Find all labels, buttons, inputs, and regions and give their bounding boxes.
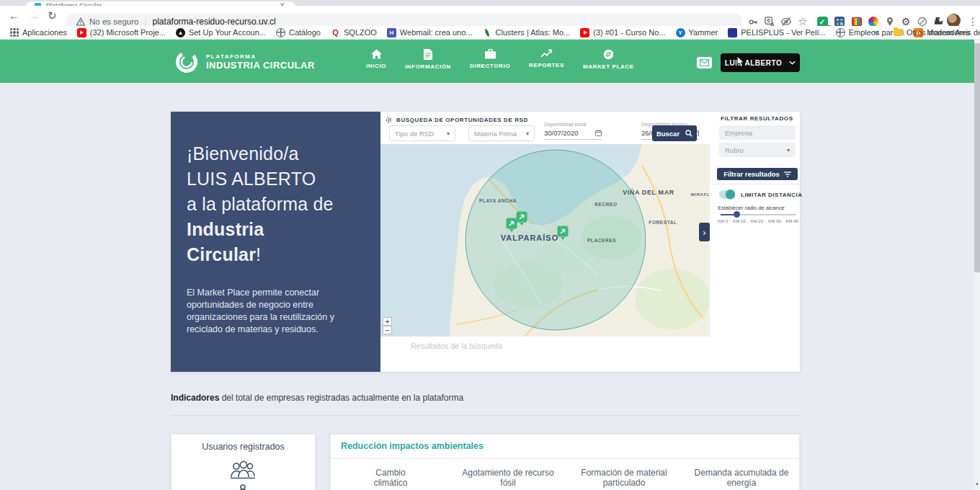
date-start-field[interactable]: Disponibilidad inicial 30/07/2020 <box>544 122 602 140</box>
sidebar-divider <box>710 184 800 184</box>
impact-col-fossil: Agotamiento de recurso fósil <box>461 468 555 488</box>
limit-distance-toggle[interactable] <box>719 190 735 199</box>
bookmark-item[interactable]: ▲Set Up Your Accoun... <box>176 28 266 37</box>
bookmarks-overflow-icon[interactable]: » <box>873 27 878 37</box>
mail-icon <box>700 59 709 66</box>
map-label-placeres: PLACERES <box>587 238 616 243</box>
main-nav: INICIO INFORMACIÓN DIRECTORIO REPORTES M… <box>366 49 634 70</box>
bookmark-item[interactable]: QSQLZOO <box>331 28 377 37</box>
other-bookmarks[interactable]: Otros marcadores <box>894 28 970 37</box>
zoom-in-button[interactable]: + <box>383 317 392 326</box>
tab-strip: Plataforma Circular ✕ <box>0 0 980 6</box>
impact-col-particulate: Formación de material particulado <box>570 468 678 488</box>
filters-title: FILTRAR RESULTADOS <box>721 115 793 122</box>
section-divider <box>171 415 800 416</box>
site-logo[interactable]: PLATAFORMA INDUSTRIA CIRCULAR <box>173 48 315 76</box>
welcome-description: El Market Place permite conectar oportun… <box>187 287 367 336</box>
bookmark-item[interactable]: PELISPLUS - Ver Pelí... <box>728 28 825 37</box>
company-input[interactable]: Empresa <box>719 125 796 140</box>
radius-slider-handle[interactable] <box>734 211 740 218</box>
mail-button[interactable] <box>697 57 712 68</box>
globe-icon <box>836 28 845 37</box>
map-label-recreo: RECREO <box>594 202 617 207</box>
sector-select[interactable]: Rubro▾ <box>719 143 796 157</box>
folder-icon <box>894 29 903 36</box>
panel-expand-button[interactable]: › <box>699 223 710 241</box>
opportunity-marker-icon[interactable] <box>557 226 569 240</box>
apps-shortcut[interactable]: Aplicaciones <box>10 28 67 37</box>
logo-line2: INDUSTRIA CIRCULAR <box>206 60 315 71</box>
bookmark-item[interactable]: HWebmail: crea uno... <box>387 28 473 37</box>
map-label-miraflores: MIRAFLOR <box>691 192 710 197</box>
search-icon <box>685 130 692 137</box>
map-label-playa-ancha: PLAYA ANCHA <box>479 198 517 203</box>
chevron-down-icon: ▾ <box>447 130 450 137</box>
nav-marketplace[interactable]: MARKET PLACE <box>583 49 634 70</box>
browser-toolbar: ← → ↻ No es seguro | plataforma-residuo-… <box>0 6 980 26</box>
welcome-panel: ¡Bienvenido/a LUIS ALBERTO a la platafor… <box>171 112 380 372</box>
yammer-icon: Y <box>676 28 685 37</box>
calendar-icon[interactable] <box>595 130 602 136</box>
logo-line1: PLATAFORMA <box>206 53 315 60</box>
apps-grid-icon <box>10 28 19 37</box>
apply-filters-button[interactable]: Filtrar resultados <box>717 168 798 180</box>
zoom-out-button[interactable]: − <box>383 326 392 334</box>
forward-icon: → <box>29 9 40 22</box>
search-section-title: BÚSQUEDA DE OPORTUNIDADES DE RSD <box>385 116 528 124</box>
reload-icon[interactable]: ↻ <box>48 9 57 22</box>
impact-col-energy: Demanda acumulada de energía <box>687 468 796 488</box>
search-button[interactable]: Buscar <box>652 125 697 141</box>
nav-inicio[interactable]: INICIO <box>366 49 386 70</box>
target-icon <box>385 116 393 124</box>
limit-distance-label: LIMITAR DISTANCIA <box>741 192 803 198</box>
map-label-valparaiso: VALPARAÍSO <box>501 233 559 242</box>
filter-icon <box>784 172 791 177</box>
bookmarks-bar: Aplicaciones (32) Microsoft Proje... ▲Se… <box>0 26 980 40</box>
exchange-circle-icon <box>603 49 614 60</box>
scrollbar-down-arrow[interactable]: ▾ <box>974 481 980 487</box>
screen: Plataforma Circular ✕ ← → ↻ No es seguro… <box>0 0 980 490</box>
users-card-title: Usuarios registrados <box>171 442 316 452</box>
logo-swirl-icon <box>173 48 200 76</box>
trend-chart-icon <box>540 49 552 58</box>
nav-directorio[interactable]: DIRECTORIO <box>470 49 510 70</box>
chevron-down-icon: ▾ <box>787 147 790 153</box>
cursor-pointer <box>734 55 745 70</box>
bookmark-item[interactable]: (32) Microsoft Proje... <box>77 28 166 37</box>
map-label-vina: VIÑA DEL MAR <box>623 189 674 196</box>
omnibox-divider: | <box>144 17 146 27</box>
scrollbar-thumb[interactable] <box>974 43 980 272</box>
nav-reportes[interactable]: REPORTES <box>529 49 564 70</box>
map-canvas[interactable]: VIÑA DEL MAR VALPARAÍSO PLAYA ANCHA RECR… <box>380 144 710 337</box>
radius-label: Establecer radio de alcance <box>718 205 785 211</box>
black-circle-icon: ▲ <box>176 28 185 37</box>
back-icon[interactable]: ← <box>9 9 19 22</box>
map-label-forestal: FORESTAL <box>649 220 677 225</box>
bookmark-item[interactable]: YYammer <box>676 28 718 37</box>
bookmark-item[interactable]: (3) #01 - Curso No... <box>580 28 665 37</box>
globe-icon <box>276 28 285 37</box>
security-label: No es seguro <box>89 17 138 26</box>
impact-col-climate: Cambio climático <box>358 468 423 488</box>
bookmark-item[interactable]: Clusters | Atlas: Mo... <box>483 28 571 37</box>
nav-informacion[interactable]: INFORMACIÓN <box>405 49 451 70</box>
chevron-down-icon <box>789 61 796 65</box>
bookmark-item[interactable]: Catálogo <box>276 28 321 37</box>
date-start-label: Disponibilidad inicial <box>544 122 602 127</box>
youtube-icon <box>580 28 589 37</box>
date-start-value: 30/07/2020 <box>544 129 579 137</box>
results-placeholder: Resultados de la búsqueda <box>411 342 502 350</box>
rsd-type-select[interactable]: Tipo de RSD▾ <box>389 125 455 141</box>
chevron-down-icon: ▾ <box>526 130 529 137</box>
leaf-icon <box>483 28 492 37</box>
raw-material-select[interactable]: Materia Prima▾ <box>468 125 535 141</box>
radius-ticks: KM 0KM 10KM 20KM 30KM 40 <box>718 219 798 223</box>
pelisplus-icon <box>728 28 737 37</box>
youtube-icon <box>77 28 86 37</box>
user-menu-button[interactable]: LUIS ALBERTO <box>721 53 800 72</box>
users-group-icon <box>229 460 257 480</box>
home-icon <box>371 49 382 59</box>
webmail-icon: H <box>387 28 396 37</box>
opportunity-marker-icon[interactable] <box>516 211 527 226</box>
welcome-heading: ¡Bienvenido/a LUIS ALBERTO a la platafor… <box>187 141 365 267</box>
